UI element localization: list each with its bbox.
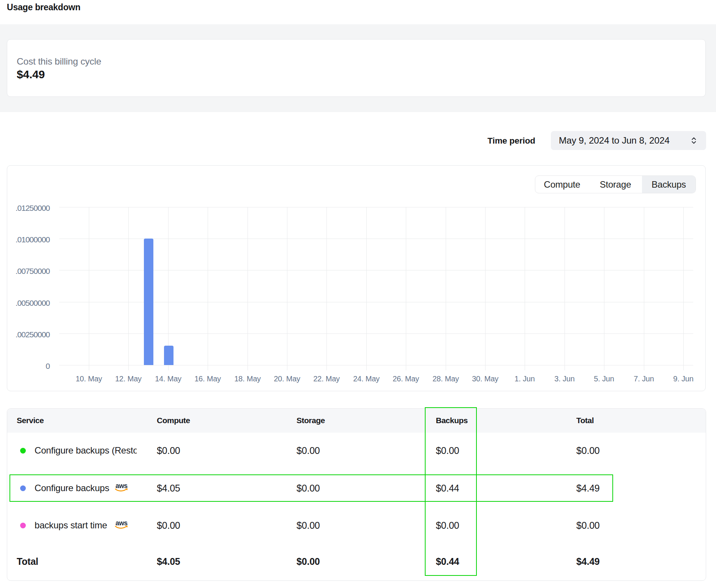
svg-text:aws: aws xyxy=(115,520,128,527)
